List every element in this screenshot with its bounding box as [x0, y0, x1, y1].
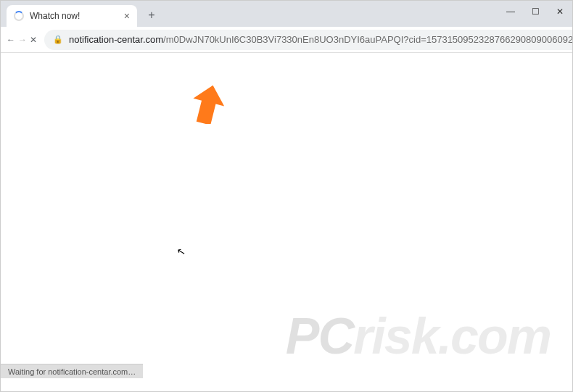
- arrow-left-icon: ←: [7, 35, 15, 45]
- annotation-arrow-icon: [192, 85, 224, 124]
- lock-icon: 🔒: [53, 35, 63, 44]
- new-tab-button[interactable]: +: [141, 5, 162, 25]
- forward-button[interactable]: →: [18, 30, 27, 50]
- watermark-rest: risk.com: [353, 308, 551, 364]
- address-bar[interactable]: 🔒 notification-centar.com/m0DwJN70kUnI6C…: [44, 30, 573, 50]
- watermark-logo: PCrisk.com: [286, 307, 551, 365]
- status-bar: Waiting for notification-centar.com…: [1, 364, 143, 378]
- url-text: notification-centar.com/m0DwJN70kUnI6C30…: [69, 34, 573, 45]
- window-close-button[interactable]: ✕: [548, 1, 572, 22]
- browser-toolbar: ← → ✕ 🔒 notification-centar.com/m0DwJN70…: [1, 27, 572, 53]
- window-maximize-button[interactable]: ☐: [523, 1, 548, 22]
- url-path: /m0DwJN70kUnI6C30B3Vi7330nEn8UO3nDYI6auP…: [163, 34, 573, 45]
- arrow-right-icon: →: [18, 35, 27, 45]
- close-icon: ✕: [30, 35, 37, 45]
- stop-reload-button[interactable]: ✕: [30, 30, 37, 50]
- page-content: ↖ PCrisk.com Waiting for notification-ce…: [1, 53, 572, 378]
- back-button[interactable]: ←: [7, 30, 15, 50]
- browser-tab[interactable]: Whatch now! ×: [7, 5, 137, 27]
- window-minimize-button[interactable]: —: [498, 1, 523, 22]
- mouse-cursor-icon: ↖: [176, 245, 186, 258]
- tab-title: Whatch now!: [30, 11, 118, 21]
- tab-strip: Whatch now! × + — ☐ ✕: [1, 1, 572, 27]
- svg-marker-0: [192, 85, 224, 124]
- watermark-pc: PC: [286, 308, 353, 364]
- tab-close-button[interactable]: ×: [124, 10, 130, 22]
- loading-spinner-icon: [14, 11, 24, 21]
- url-domain: notification-centar.com: [69, 34, 163, 45]
- window-controls: — ☐ ✕: [498, 1, 572, 22]
